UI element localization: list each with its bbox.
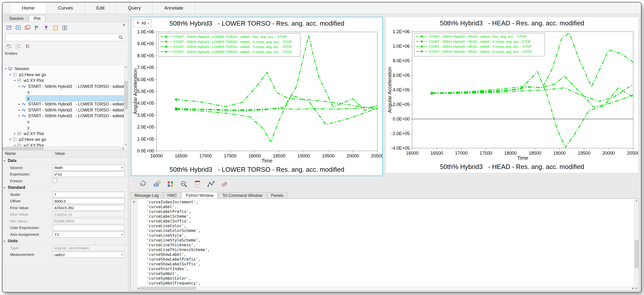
scroll-thumb[interactable]: [140, 287, 196, 290]
property-label: Min Value:: [3, 219, 53, 223]
property-input[interactable]: [53, 205, 124, 211]
tree-item[interactable]: ▾p2:Here we go: [3, 137, 124, 143]
property-input[interactable]: [53, 218, 124, 224]
curve-filter-dropdown[interactable]: All ▾: [133, 19, 152, 27]
ribbon-tab-home[interactable]: Home: [10, 3, 46, 14]
plot-legend[interactable]: START - 50th% Hybrid3 - HEAD - edited - …: [414, 33, 545, 56]
scroll-thumb[interactable]: [124, 81, 128, 109]
property-input[interactable]: [53, 171, 124, 177]
search-icon[interactable]: [118, 35, 123, 41]
scroll-down-icon[interactable]: ▼: [125, 143, 127, 147]
console-tab-panels[interactable]: Panels: [267, 192, 288, 199]
uncheck-all-icon[interactable]: [15, 43, 22, 50]
expander-closed-icon[interactable]: ▸: [13, 132, 17, 135]
tree-item[interactable]: y: [3, 125, 124, 131]
pin-icon[interactable]: [43, 25, 49, 31]
freeze-checkbox[interactable]: [53, 178, 57, 183]
panel-tab-plot[interactable]: Plot: [29, 15, 45, 22]
color-palette-icon[interactable]: [166, 180, 175, 189]
property-select[interactable]: Y1▾: [53, 231, 124, 238]
console-tab-hwc[interactable]: HWC: [163, 192, 181, 199]
tree-item[interactable]: ▸w2:XY Plot: [3, 131, 124, 137]
tree-item[interactable]: ▾START - 50th% Hybrid3 - LOWER TORSO - e…: [3, 84, 124, 90]
scroll-up-icon[interactable]: ▲: [635, 199, 638, 202]
console-tab-python-window[interactable]: Python Window: [182, 192, 218, 199]
report-book-icon[interactable]: [61, 25, 68, 31]
zoom-out-icon[interactable]: [179, 180, 188, 189]
session-icon: [8, 67, 13, 71]
property-input[interactable]: [53, 198, 124, 204]
fit-curves-icon[interactable]: [139, 180, 148, 189]
console-vertical-scrollbar[interactable]: ▲ ▼: [634, 199, 639, 290]
tree-item[interactable]: x: [3, 89, 124, 95]
ribbon-tab-edit[interactable]: Edit: [85, 3, 116, 14]
scroll-left-icon[interactable]: ◀: [3, 147, 4, 150]
swap-order-icon[interactable]: [24, 43, 31, 50]
panel-tab-session[interactable]: Session: [5, 15, 28, 22]
plot-stats-icon[interactable]: [152, 180, 161, 189]
console-tab-message-log[interactable]: Message Log: [130, 192, 163, 199]
note-icon[interactable]: [52, 25, 59, 31]
page-icon: [13, 137, 18, 142]
scroll-down-icon[interactable]: ▼: [635, 287, 638, 290]
scroll-up-icon[interactable]: ▲: [125, 65, 127, 69]
plot-svg-head[interactable]: 1600016500170001750018000185001900019500…: [386, 29, 638, 161]
flag-icon[interactable]: [33, 25, 40, 31]
plot-canvas: 1600016500170001750018000185001900019500…: [386, 29, 638, 161]
plot-svg-lower-torso[interactable]: 1600016500170001750018000185001900019500…: [131, 29, 382, 164]
search-input[interactable]: [7, 34, 117, 40]
add-page-icon[interactable]: [15, 25, 22, 31]
curve-edit-icon[interactable]: [206, 180, 216, 189]
expander-closed-icon[interactable]: ▸: [17, 102, 22, 106]
scroll-left-icon[interactable]: ◀: [137, 286, 139, 290]
tree-item[interactable]: y: [3, 95, 124, 101]
ribbon-tab-annotate[interactable]: Annotate: [153, 3, 195, 14]
tree-vertical-scrollbar[interactable]: ▲ ▼: [124, 65, 128, 147]
expander-open-icon[interactable]: ▾: [13, 79, 17, 82]
tree-item[interactable]: ▸START - 50th% Hybrid3 - LOWER TORSO - e…: [3, 107, 124, 113]
property-input[interactable]: [53, 225, 124, 230]
plot-window-head[interactable]: 50th% Hybrid3 - HEAD - Res. ang. acc. mo…: [386, 17, 638, 173]
eraser-icon[interactable]: [220, 180, 229, 189]
plot-legend[interactable]: START - 50th% Hybrid3 - LOWER TORSO - ed…: [159, 33, 300, 56]
property-input[interactable]: [53, 192, 124, 197]
check-all-icon[interactable]: [6, 43, 12, 50]
close-icon[interactable]: ×: [122, 22, 125, 27]
property-select[interactable]: rad/s2▾: [53, 252, 124, 258]
expander-open-icon[interactable]: ▾: [17, 85, 22, 88]
section-expander-icon[interactable]: ▾: [3, 240, 8, 243]
new-plot-icon[interactable]: [6, 25, 12, 31]
tree-item[interactable]: ▾p1:Here we go: [3, 72, 124, 78]
section-expander-icon[interactable]: ▾: [3, 159, 8, 162]
tree-horizontal-scrollbar[interactable]: ◀ ▶: [3, 146, 124, 150]
tree-item[interactable]: ▾Session: [3, 66, 124, 72]
property-select[interactable]: Math▾: [53, 165, 124, 171]
console-horizontal-scrollbar[interactable]: ◀ ▶: [137, 286, 634, 290]
close-icon[interactable]: ×: [133, 199, 135, 204]
copy-plot-icon[interactable]: [24, 25, 31, 31]
property-input[interactable]: [53, 212, 124, 217]
console-tab-bar: Message LogHWCPython WindowTcl Command W…: [130, 191, 639, 199]
tree-item[interactable]: x: [3, 119, 124, 125]
scroll-thumb[interactable]: [5, 147, 43, 150]
tree-item[interactable]: ▾w1:XY Plot: [3, 143, 124, 147]
report-icon[interactable]: [193, 180, 202, 189]
console-tab-tcl-command-window[interactable]: Tcl Command Window: [218, 192, 266, 199]
scroll-thumb[interactable]: [635, 240, 638, 268]
expander-open-icon[interactable]: ▾: [17, 114, 22, 117]
expander-open-icon[interactable]: ▾: [8, 138, 13, 141]
expander-closed-icon[interactable]: ▸: [17, 108, 22, 112]
ribbon-tab-curves[interactable]: Curves: [46, 3, 85, 14]
section-expander-icon[interactable]: ▾: [3, 186, 8, 189]
ribbon-tab-query[interactable]: Query: [116, 3, 153, 14]
expander-open-icon[interactable]: ▾: [8, 73, 13, 76]
python-output[interactable]: 'curveIndexIncrement', 'curveLabel', 'cu…: [137, 199, 634, 290]
tree-item[interactable]: ▸START - 50th% Hybrid3 - LOWER TORSO - e…: [3, 101, 124, 107]
property-input[interactable]: [53, 245, 124, 251]
tree-item[interactable]: ▾START - 50th% Hybrid3 - LOWER TORSO - e…: [3, 113, 124, 119]
plot-window-lower-torso[interactable]: All ▾ 50th% Hybrid3 - LOWER TORSO - Res.…: [131, 17, 383, 176]
scroll-right-icon[interactable]: ▶: [632, 286, 634, 290]
tree-item[interactable]: ▾w1:XY Plot: [3, 78, 124, 84]
scroll-right-icon[interactable]: ▶: [122, 147, 124, 150]
expander-open-icon[interactable]: ▾: [4, 67, 8, 70]
